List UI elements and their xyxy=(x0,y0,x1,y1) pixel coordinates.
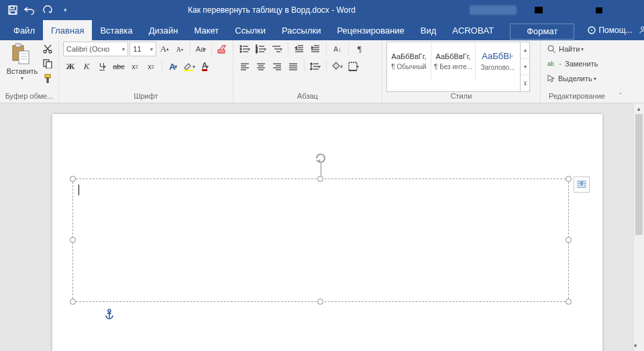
close-icon[interactable] xyxy=(614,0,644,20)
tab-references[interactable]: Ссылки xyxy=(227,20,274,40)
underline-icon[interactable]: Ч▾ xyxy=(95,59,110,74)
format-painter-icon[interactable] xyxy=(42,72,54,85)
align-right-icon[interactable] xyxy=(270,59,284,74)
ribbon-display-icon[interactable] xyxy=(523,0,553,20)
resize-handle[interactable] xyxy=(566,237,572,243)
font-color-icon[interactable]: A▾ xyxy=(198,59,213,74)
save-icon[interactable] xyxy=(4,1,21,19)
paste-button[interactable]: Вставить ▾ xyxy=(4,42,40,92)
resize-handle[interactable] xyxy=(70,176,76,182)
font-name-combo[interactable]: Calibri (Осно▾ xyxy=(63,42,128,56)
decrease-indent-icon[interactable] xyxy=(292,42,307,56)
group-editing: Найти▾ ab→ Заменить Выделить▾ Редактиров… xyxy=(541,40,613,103)
style-no-spacing[interactable]: АаБбВвГг, ¶ Без инте... xyxy=(431,42,476,80)
svg-text:3: 3 xyxy=(256,50,258,54)
svg-rect-3 xyxy=(535,7,543,13)
group-font: Calibri (Осно▾ 11▾ A▴ A▾ Aa▾ Ж К Ч▾ abc … xyxy=(59,40,233,103)
scroll-thumb[interactable] xyxy=(635,114,643,235)
text-cursor xyxy=(78,185,79,195)
tab-acrobat[interactable]: ACROBAT xyxy=(444,20,502,40)
copy-icon[interactable] xyxy=(42,58,54,70)
svg-rect-26 xyxy=(218,50,225,53)
svg-line-7 xyxy=(626,7,633,13)
svg-rect-2 xyxy=(10,11,15,14)
scroll-up-icon[interactable]: ▴ xyxy=(634,103,644,114)
ribbon-tabs: Файл Главная Вставка Дизайн Макет Ссылки… xyxy=(0,20,644,40)
vertical-scrollbar[interactable]: ▴ ▾ xyxy=(633,103,644,351)
svg-point-29 xyxy=(240,48,241,50)
tab-review[interactable]: Рецензирование xyxy=(329,20,412,40)
shrink-font-icon[interactable]: A▾ xyxy=(173,42,186,56)
tab-format[interactable]: Формат xyxy=(502,20,582,40)
svg-rect-14 xyxy=(19,51,29,64)
text-effects-icon[interactable]: A▾ xyxy=(166,59,180,74)
style-normal[interactable]: АаБбВвГг, ¶ Обычный xyxy=(387,42,431,80)
styles-gallery[interactable]: АаБбВвГг, ¶ Обычный АаБбВвГг, ¶ Без инте… xyxy=(386,42,530,92)
change-case-icon[interactable]: Aa▾ xyxy=(194,42,207,56)
clear-format-icon[interactable] xyxy=(215,42,229,56)
redo-icon[interactable] xyxy=(39,1,56,19)
bullets-icon[interactable]: ▾ xyxy=(237,42,252,56)
tab-file[interactable]: Файл xyxy=(5,20,43,40)
tell-me[interactable]: Помощ... xyxy=(582,20,637,40)
line-spacing-icon[interactable]: ▾ xyxy=(308,59,323,74)
find-button[interactable]: Найти▾ xyxy=(545,42,609,56)
cut-icon[interactable] xyxy=(42,43,54,55)
tab-design[interactable]: Дизайн xyxy=(141,20,186,40)
superscript-icon[interactable]: x2 xyxy=(144,59,158,74)
tab-view[interactable]: Вид xyxy=(413,20,445,40)
font-size-combo[interactable]: 11▾ xyxy=(129,42,156,56)
gallery-down-icon[interactable]: ▾ xyxy=(521,59,529,76)
document-area[interactable] xyxy=(0,103,633,351)
svg-rect-24 xyxy=(45,74,50,78)
bold-icon[interactable]: Ж xyxy=(63,59,78,74)
increase-indent-icon[interactable] xyxy=(308,42,323,56)
account-name-blurred xyxy=(470,5,517,15)
italic-icon[interactable]: К xyxy=(79,59,94,74)
resize-handle[interactable] xyxy=(317,299,323,305)
align-center-icon[interactable] xyxy=(254,59,268,74)
page[interactable] xyxy=(52,114,602,351)
collapse-ribbon-icon[interactable]: ˆ xyxy=(613,40,628,103)
borders-icon[interactable]: ▾ xyxy=(346,59,361,74)
numbering-icon[interactable]: 123▾ xyxy=(254,42,268,56)
tab-insert[interactable]: Вставка xyxy=(92,20,140,40)
qat-customize-icon[interactable]: ▾ xyxy=(56,1,74,19)
replace-button[interactable]: ab→ Заменить xyxy=(545,56,609,71)
multilevel-icon[interactable]: ▾ xyxy=(270,42,284,56)
svg-line-8 xyxy=(626,7,633,13)
scroll-down-icon[interactable]: ▾ xyxy=(634,340,637,351)
tab-mailings[interactable]: Рассылки xyxy=(274,20,329,40)
anchor-icon[interactable] xyxy=(105,309,114,322)
style-heading1[interactable]: АаБбВ⊦ Заголово... xyxy=(476,42,520,80)
highlight-icon[interactable]: ▾ xyxy=(182,59,197,74)
gallery-more-icon[interactable]: ⊻ xyxy=(521,75,529,91)
gallery-up-icon[interactable]: ▴ xyxy=(521,42,529,59)
text-box[interactable] xyxy=(72,179,569,302)
maximize-icon[interactable] xyxy=(584,0,614,20)
justify-icon[interactable] xyxy=(286,59,301,74)
svg-rect-6 xyxy=(596,7,602,13)
svg-rect-23 xyxy=(46,62,52,68)
minimize-icon[interactable] xyxy=(553,0,584,20)
resize-handle[interactable] xyxy=(70,237,76,243)
resize-handle[interactable] xyxy=(566,299,572,305)
resize-handle[interactable] xyxy=(317,176,323,182)
svg-rect-1 xyxy=(10,6,14,9)
undo-icon[interactable]: ▾ xyxy=(21,1,39,19)
share-icon[interactable] xyxy=(638,20,644,40)
subscript-icon[interactable]: x2 xyxy=(127,59,142,74)
sort-icon[interactable]: A↓ xyxy=(330,42,345,56)
tab-layout[interactable]: Макет xyxy=(186,20,227,40)
group-label-paragraph: Абзац xyxy=(237,92,378,103)
tab-home[interactable]: Главная xyxy=(43,20,92,40)
align-left-icon[interactable] xyxy=(237,59,252,74)
resize-handle[interactable] xyxy=(566,176,572,182)
select-button[interactable]: Выделить▾ xyxy=(545,71,609,86)
show-marks-icon[interactable]: ¶ xyxy=(352,42,367,56)
grow-font-icon[interactable]: A▴ xyxy=(158,42,171,56)
resize-handle[interactable] xyxy=(70,299,76,305)
strikethrough-icon[interactable]: abc xyxy=(111,59,126,74)
layout-options-icon[interactable] xyxy=(574,177,590,193)
shading-icon[interactable]: ▾ xyxy=(330,59,345,74)
